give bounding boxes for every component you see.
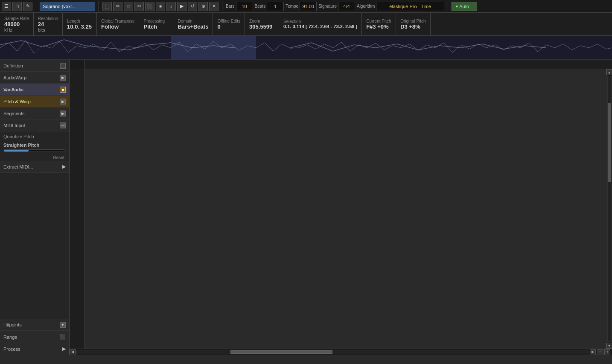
main-area: Definition ⬛ AudioWarp ▶ VariAudio ◆ Pit… xyxy=(0,60,612,355)
file-icon[interactable]: ◻ xyxy=(12,2,22,11)
divider-1 xyxy=(36,1,36,12)
edit-icon[interactable]: ✎ xyxy=(23,2,32,11)
segments-arrow-icon: ▶ xyxy=(60,111,66,116)
scroll-track-vertical[interactable] xyxy=(607,76,612,342)
pitch-warp-label: Pitch & Warp xyxy=(3,99,31,104)
segments-button[interactable]: Segments ▶ xyxy=(0,108,69,119)
listen-tool-icon[interactable]: ♪ xyxy=(166,2,176,11)
smart-tool-icon[interactable]: ⊕ xyxy=(198,2,208,11)
right-scrollbar: ▲ ▼ xyxy=(606,69,612,349)
tempo-value[interactable]: 91.00 xyxy=(300,2,317,11)
range-button[interactable]: Range ⬛ xyxy=(0,331,69,343)
original-pitch-value[interactable]: D3 +8% xyxy=(400,23,425,30)
scroll-up-button[interactable]: ▲ xyxy=(606,69,612,75)
zoom-section: Zoom 305.5599 xyxy=(245,13,279,35)
straighten-pitch-label: Straighten Pitch xyxy=(0,141,69,149)
pitch-warp-arrow-icon: ▶ xyxy=(60,99,66,105)
original-pitch-label: Original Pitch xyxy=(400,19,425,23)
scroll-right-button[interactable]: ▶ xyxy=(590,349,596,355)
definition-button[interactable]: Definition ⬛ xyxy=(0,60,69,72)
quantize-pitch-label: Quantize Pitch xyxy=(0,131,69,141)
domain-section: Domain Bars+Beats xyxy=(173,13,213,35)
piano-roll-area: ▲ ▼ ◀ ▶ − + xyxy=(70,60,612,355)
hitpoints-button[interactable]: Hitpoints ▼ xyxy=(0,319,69,331)
signature-section: Signature 4/4 xyxy=(318,2,355,11)
midi-input-button[interactable]: MIDI Input — xyxy=(0,119,69,131)
scroll-left-button[interactable]: ◀ xyxy=(70,349,76,355)
beats-section: Beats 1 xyxy=(255,2,284,11)
zoom-value[interactable]: 305.5599 xyxy=(249,23,274,30)
offline-edits-label: Offline Edits xyxy=(217,19,240,23)
current-pitch-value[interactable]: F#3 +0% xyxy=(366,23,391,30)
split-tool-icon[interactable]: ✂ xyxy=(134,2,144,11)
zoom-tool-icon[interactable]: ◈ xyxy=(156,2,165,11)
algorithm-value[interactable]: élastique Pro - Time xyxy=(376,2,444,11)
loop-icon[interactable]: ↺ xyxy=(188,2,197,11)
length-section: Length 10.0. 3.25 xyxy=(63,13,97,35)
overview-waveform-svg xyxy=(0,36,612,60)
processing-label: Processing xyxy=(143,19,169,23)
scroll-thumb-vertical[interactable] xyxy=(608,103,611,182)
signature-value[interactable]: 4/4 xyxy=(338,2,355,11)
scroll-thumb-horizontal[interactable] xyxy=(230,350,333,354)
current-pitch-label: Current Pitch xyxy=(366,19,391,23)
bars-value[interactable]: 10 xyxy=(236,2,253,11)
slider-fill xyxy=(4,150,29,151)
scroll-down-button[interactable]: ▼ xyxy=(606,343,612,349)
variaudio-label: VariAudio xyxy=(3,87,23,92)
transport-section: ☰ ◻ ✎ xyxy=(2,2,32,11)
scroll-track-horizontal[interactable] xyxy=(76,350,589,354)
select-tool-icon[interactable]: ⬚ xyxy=(102,2,112,11)
divider-3 xyxy=(222,1,222,12)
length-value[interactable]: 10.0. 3.25 xyxy=(67,23,92,30)
offline-edits-value[interactable]: 0 xyxy=(217,23,240,30)
variaudio-icon: ◆ xyxy=(60,87,66,93)
close-icon[interactable]: ✕ xyxy=(209,2,219,11)
note-grid[interactable] xyxy=(85,69,606,349)
audiowarp-arrow-icon: ▶ xyxy=(60,75,66,81)
global-transpose-section: Global Transpose Follow xyxy=(97,13,139,35)
processing-value[interactable]: Pitch xyxy=(143,23,169,30)
hitpoints-label: Hitpoints xyxy=(3,322,22,327)
erase-tool-icon[interactable]: ◇ xyxy=(124,2,133,11)
auto-button[interactable]: ● Auto xyxy=(452,2,477,11)
audiowarp-button[interactable]: AudioWarp ▶ xyxy=(0,72,69,84)
resolution-value[interactable]: 24 xyxy=(38,21,58,27)
domain-value[interactable]: Bars+Beats xyxy=(178,23,208,30)
info-bar: Sample Rate 48000 kHz Resolution 24 bits… xyxy=(0,13,612,36)
tempo-label: Tempo xyxy=(286,4,298,9)
range-arrow-icon: ⬛ xyxy=(60,334,66,340)
selection-value[interactable]: 0.1. 3.114 [ 72.4. 2.64 - 73.2. 2.58 ] xyxy=(283,24,357,29)
global-transpose-label: Global Transpose xyxy=(101,19,134,23)
extract-midi-button[interactable]: Extract MIDI... ▶ xyxy=(0,161,69,173)
glue-tool-icon[interactable]: ⬛ xyxy=(145,2,154,11)
beats-value[interactable]: 1 xyxy=(267,2,284,11)
variaudio-button[interactable]: VariAudio ◆ xyxy=(0,84,69,96)
extract-midi-arrow-icon: ▶ xyxy=(62,164,66,169)
current-pitch-section: Current Pitch F#3 +0% xyxy=(362,13,396,35)
panel-spacer xyxy=(0,173,69,319)
zoom-out-button[interactable]: − xyxy=(597,349,603,355)
global-transpose-value[interactable]: Follow xyxy=(101,23,134,30)
sample-rate-value[interactable]: 48000 xyxy=(4,21,29,27)
top-toolbar: ☰ ◻ ✎ Soprano (vox:... ⬚ ✏ ◇ ✂ ⬛ ◈ ♪ ▶ ↺… xyxy=(0,0,612,13)
play-icon[interactable]: ▶ xyxy=(177,2,187,11)
ruler-marks xyxy=(85,60,612,69)
waveform-overview[interactable] xyxy=(0,36,612,60)
definition-arrow-icon: ⬛ xyxy=(60,63,66,69)
beats-label: Beats xyxy=(255,4,266,9)
pitch-warp-button[interactable]: Pitch & Warp ▶ xyxy=(0,96,69,108)
processing-section: Processing Pitch xyxy=(139,13,173,35)
zoom-in-button[interactable]: + xyxy=(604,349,610,355)
reset-button[interactable]: Reset- xyxy=(0,154,69,161)
straighten-pitch-slider[interactable] xyxy=(3,149,66,152)
midi-input-arrow-icon: — xyxy=(60,122,66,128)
track-name[interactable]: Soprano (vox:... xyxy=(40,2,95,11)
process-button[interactable]: Process ▶ xyxy=(0,343,69,355)
straighten-pitch-slider-container xyxy=(0,149,69,154)
algorithm-section: Algorithm élastique Pro - Time xyxy=(357,2,444,11)
draw-tool-icon[interactable]: ✏ xyxy=(113,2,122,11)
audiowarp-label: AudioWarp xyxy=(3,75,26,80)
menu-icon[interactable]: ☰ xyxy=(2,2,11,11)
divider-2 xyxy=(99,1,99,12)
